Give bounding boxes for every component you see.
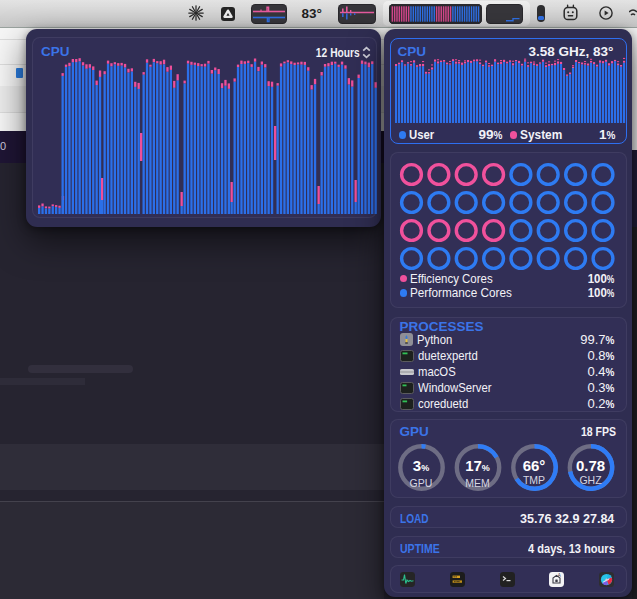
svg-text:A: A <box>558 573 561 578</box>
